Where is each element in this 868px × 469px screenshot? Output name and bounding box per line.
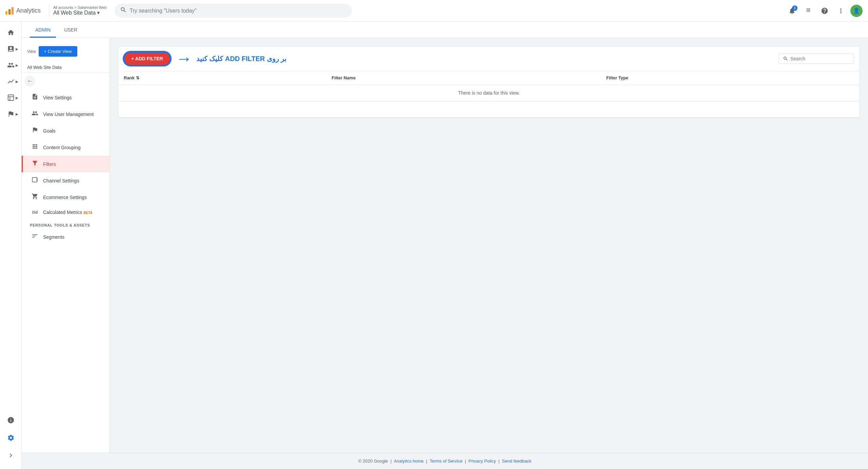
footer-link-analytics-home[interactable]: Analytics home xyxy=(394,458,423,464)
rank-column-header: Rank ⇅ xyxy=(118,71,326,85)
expand-icon: ▶ xyxy=(16,80,18,83)
back-button[interactable]: ← xyxy=(24,76,35,86)
more-options-button[interactable] xyxy=(834,4,848,18)
content-grouping-icon xyxy=(31,143,39,152)
menu-item-channel-settings[interactable]: Channel Settings xyxy=(22,172,110,189)
tab-admin[interactable]: ADMIN xyxy=(30,22,56,38)
filter-search-icon xyxy=(783,56,788,61)
content-body: View + Create View All Web Site Data ← V… xyxy=(22,38,868,453)
cart-icon xyxy=(31,193,39,201)
top-navigation: Analytics All accounts > Safarmarket Web… xyxy=(0,0,868,22)
beta-badge: BETA xyxy=(83,211,92,215)
menu-item-filters[interactable]: Filters xyxy=(22,156,110,172)
global-search-input[interactable] xyxy=(130,8,347,14)
nav-divider xyxy=(49,5,49,17)
sort-icon[interactable]: ⇅ xyxy=(136,76,139,80)
menu-label-segments: Segments xyxy=(43,234,64,240)
filter-table: Rank ⇅ Filter Name Filter Type There is xyxy=(118,71,860,118)
app-name: Analytics xyxy=(16,7,41,14)
menu-item-segments[interactable]: Segments xyxy=(22,229,110,245)
people-icon xyxy=(31,110,39,118)
left-sidebar: ▶ ▶ ▶ ▶ ▶ xyxy=(0,22,22,469)
expand-icon: ▶ xyxy=(16,96,18,100)
menu-item-calculated-metrics[interactable]: Dd Calculated MetricsBETA xyxy=(22,206,110,219)
apps-button[interactable] xyxy=(802,4,815,18)
segments-icon xyxy=(31,233,39,241)
annotation-text: بر روی ADD FILTER کلیک کنید xyxy=(196,55,287,63)
menu-label-channel-settings: Channel Settings xyxy=(43,178,79,183)
flag-icon xyxy=(31,126,39,135)
menu-item-ecommerce-settings[interactable]: Ecommerce Settings xyxy=(22,189,110,206)
sidebar-acquisition-button[interactable]: ▶ xyxy=(3,73,19,90)
search-icon xyxy=(120,6,127,15)
footer-link-feedback[interactable]: Send feedback xyxy=(502,458,532,464)
settings-header: View + Create View xyxy=(22,43,110,62)
sidebar-discover-button[interactable] xyxy=(3,412,19,428)
personal-section-header: PERSONAL TOOLS & ASSETS xyxy=(22,219,110,229)
expand-icon: ▶ xyxy=(16,47,18,51)
footer: © 2020 Google | Analytics home | Terms o… xyxy=(22,453,868,469)
filter-icon xyxy=(31,160,39,168)
admin-tabs: ADMIN USER xyxy=(22,22,868,38)
sidebar-home-button[interactable] xyxy=(3,24,19,41)
all-web-site-data-label: All Web Site Data xyxy=(22,62,110,73)
calculated-metrics-icon: Dd xyxy=(31,210,39,215)
no-data-row: There is no data for this view. xyxy=(118,85,860,101)
footer-link-privacy[interactable]: Privacy Policy xyxy=(469,458,496,464)
menu-label-filters: Filters xyxy=(43,161,56,167)
user-avatar[interactable]: 👤 xyxy=(850,5,863,17)
menu-label-view-user-management: View User Management xyxy=(43,112,94,117)
create-view-button[interactable]: + Create View xyxy=(39,46,77,57)
filter-name-column-header: Filter Name xyxy=(326,71,601,85)
footer-link-terms[interactable]: Terms of Service xyxy=(430,458,462,464)
sidebar-admin-button[interactable] xyxy=(3,430,19,446)
account-selector[interactable]: All accounts > Safarmarket Web All Web S… xyxy=(53,5,106,16)
tab-user[interactable]: USER xyxy=(59,22,83,38)
menu-item-content-grouping[interactable]: Content Grouping xyxy=(22,139,110,156)
menu-item-goals[interactable]: Goals xyxy=(22,122,110,139)
channel-icon xyxy=(31,176,39,185)
logo-area: Analytics xyxy=(5,7,41,15)
expand-icon: ▶ xyxy=(16,63,18,67)
nav-actions: 1 👤 xyxy=(785,4,863,18)
account-name: All Web Site Data ▾ xyxy=(53,9,106,16)
sidebar-audience-button[interactable]: ▶ xyxy=(3,57,19,73)
add-filter-button[interactable]: + ADD FILTER xyxy=(124,52,171,65)
expand-icon: ▶ xyxy=(16,112,18,116)
sidebar-bottom xyxy=(3,412,19,466)
notifications-button[interactable]: 1 xyxy=(785,4,799,18)
analytics-logo-icon xyxy=(5,7,14,15)
menu-item-view-settings[interactable]: View Settings xyxy=(22,89,110,106)
sidebar-behavior-button[interactable]: ▶ xyxy=(3,90,19,106)
svg-rect-0 xyxy=(8,95,14,101)
notification-badge: 1 xyxy=(792,5,797,11)
menu-item-view-user-management[interactable]: View User Management xyxy=(22,106,110,122)
menu-label-goals: Goals xyxy=(43,128,56,134)
menu-label-calculated-metrics: Calculated MetricsBETA xyxy=(43,210,93,215)
filter-search-bar[interactable] xyxy=(778,54,854,64)
sidebar-conversions-button[interactable]: ▶ xyxy=(3,106,19,122)
menu-label-content-grouping: Content Grouping xyxy=(43,145,81,150)
help-button[interactable] xyxy=(818,4,831,18)
arrow-annotation: → بر روی ADD FILTER کلیک کنید xyxy=(176,51,773,67)
menu-label-view-settings: View Settings xyxy=(43,95,72,100)
doc-icon xyxy=(31,93,39,102)
filter-search-input[interactable] xyxy=(790,56,850,61)
view-label: View xyxy=(27,49,36,54)
search-bar[interactable] xyxy=(115,4,352,18)
no-data-message: There is no data for this view. xyxy=(118,85,860,101)
filter-type-column-header: Filter Type xyxy=(601,71,860,85)
account-breadcrumb: All accounts > Safarmarket Web xyxy=(53,5,106,9)
sidebar-expand-button[interactable] xyxy=(3,447,19,464)
main-panel: + ADD FILTER → بر روی ADD FILTER کلیک کن… xyxy=(110,38,868,453)
settings-sidebar: View + Create View All Web Site Data ← V… xyxy=(22,38,110,453)
main-layout: ▶ ▶ ▶ ▶ ▶ xyxy=(0,22,868,469)
arrow-icon: → xyxy=(176,51,192,67)
sidebar-realtime-button[interactable]: ▶ xyxy=(3,41,19,57)
empty-row xyxy=(118,101,860,118)
copyright: © 2020 Google xyxy=(358,458,388,464)
content-area: ADMIN USER View + Create View All Web Si… xyxy=(22,22,868,469)
menu-label-ecommerce-settings: Ecommerce Settings xyxy=(43,195,87,200)
account-dropdown-arrow: ▾ xyxy=(97,9,100,16)
filter-table-wrapper: Rank ⇅ Filter Name Filter Type There is xyxy=(118,71,860,118)
